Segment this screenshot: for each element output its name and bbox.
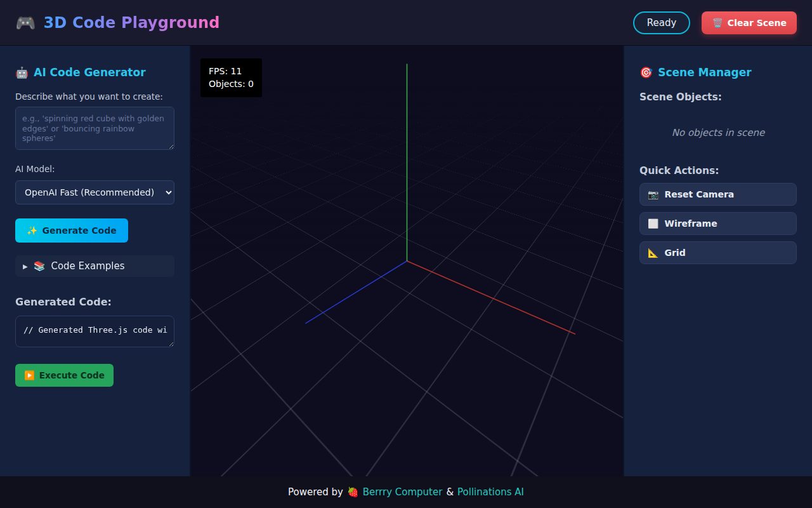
- square-icon: ⬜: [648, 218, 658, 229]
- execute-code-button[interactable]: ▶️ Execute Code: [15, 364, 114, 387]
- model-label: AI Model:: [15, 164, 174, 174]
- describe-label: Describe what you want to create:: [15, 91, 174, 102]
- reset-camera-button[interactable]: 📷 Reset Camera: [639, 183, 797, 206]
- status-badge: Ready: [633, 11, 691, 34]
- header: 🎮 3D Code Playground Ready 🗑️ Clear Scen…: [0, 0, 812, 46]
- ai-generator-panel: 🤖 AI Code Generator Describe what you wa…: [0, 46, 191, 476]
- grid-button[interactable]: 📐 Grid: [639, 241, 797, 264]
- x-axis-line: [407, 261, 576, 334]
- code-examples-label: Code Examples: [51, 260, 124, 272]
- generate-code-button[interactable]: ✨ Generate Code: [15, 218, 128, 243]
- sparkles-icon: ✨: [27, 225, 37, 236]
- ai-generator-title: 🤖 AI Code Generator: [15, 66, 174, 79]
- berrry-computer-link[interactable]: Berrry Computer: [363, 486, 443, 498]
- scene-manager-panel: 🎯 Scene Manager Scene Objects: No object…: [623, 46, 812, 476]
- axes-helper: [191, 46, 623, 476]
- play-icon: ▶️: [24, 370, 35, 380]
- wireframe-button[interactable]: ⬜ Wireframe: [639, 212, 797, 235]
- app-title: 3D Code Playground: [43, 14, 219, 32]
- generated-code-heading: Generated Code:: [15, 296, 174, 308]
- scene-manager-title-label: Scene Manager: [658, 66, 751, 79]
- model-select[interactable]: OpenAI Fast (Recommended): [15, 180, 174, 204]
- header-actions: Ready 🗑️ Clear Scene: [633, 11, 797, 34]
- execute-code-label: Execute Code: [39, 370, 105, 380]
- z-axis-line: [305, 261, 407, 323]
- header-brand: 🎮 3D Code Playground: [15, 13, 220, 32]
- scene-objects-heading: Scene Objects:: [639, 91, 797, 103]
- clear-scene-button[interactable]: 🗑️ Clear Scene: [702, 11, 797, 34]
- pollinations-ai-link[interactable]: Pollinations AI: [457, 486, 524, 498]
- trash-icon: 🗑️: [712, 18, 723, 28]
- footer: Powered by 🍓 Berrry Computer & Pollinati…: [0, 476, 812, 508]
- robot-icon: 🤖: [15, 66, 29, 79]
- chevron-right-icon: ▶: [23, 263, 28, 270]
- footer-separator: &: [446, 486, 454, 498]
- generated-code-box[interactable]: // Generated Three.js code wi: [15, 316, 174, 347]
- fps-counter: FPS: 11: [209, 65, 254, 77]
- app-root: 🎮 3D Code Playground Ready 🗑️ Clear Scen…: [0, 0, 812, 508]
- scene-objects-empty-message: No objects in scene: [639, 127, 797, 138]
- gamepad-icon: 🎮: [15, 13, 36, 32]
- wireframe-label: Wireframe: [664, 218, 717, 229]
- viewport-canvas[interactable]: FPS: 11 Objects: 0: [191, 46, 623, 476]
- clear-scene-label: Clear Scene: [728, 18, 787, 28]
- strawberry-icon: 🍓: [347, 486, 359, 498]
- target-icon: 🎯: [639, 66, 653, 79]
- powered-by-text: Powered by: [288, 486, 343, 498]
- ruler-icon: 📐: [648, 248, 658, 258]
- generate-code-label: Generate Code: [42, 225, 116, 236]
- quick-actions-heading: Quick Actions:: [639, 165, 797, 177]
- reset-camera-label: Reset Camera: [664, 189, 734, 199]
- main-content: 🤖 AI Code Generator Describe what you wa…: [0, 46, 812, 476]
- code-examples-toggle[interactable]: ▶ 📚 Code Examples: [23, 260, 167, 272]
- camera-icon: 📷: [648, 189, 658, 199]
- code-examples-section: ▶ 📚 Code Examples: [15, 255, 174, 277]
- books-icon: 📚: [34, 260, 46, 272]
- stats-overlay: FPS: 11 Objects: 0: [200, 58, 262, 97]
- ai-generator-title-label: AI Code Generator: [34, 66, 145, 79]
- scene-manager-title: 🎯 Scene Manager: [639, 66, 797, 79]
- grid-label: Grid: [664, 248, 685, 258]
- prompt-input[interactable]: [15, 107, 174, 150]
- objects-counter: Objects: 0: [209, 77, 254, 90]
